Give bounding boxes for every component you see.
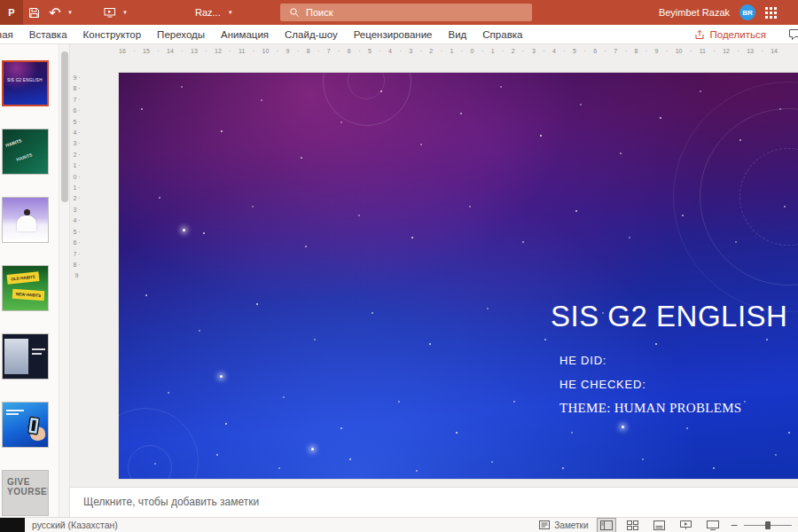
slideshow-view-icon	[680, 520, 692, 530]
notes-toggle-label: Заметки	[554, 520, 588, 530]
slideshow-monitor-icon	[104, 7, 116, 18]
apps-grid-icon	[765, 7, 777, 19]
bright-star	[311, 448, 314, 450]
search-box[interactable]: Поиск	[280, 4, 532, 21]
monitor-icon	[707, 520, 719, 530]
slide-thumbnail-1[interactable]: SIS G2 ENGLISH	[2, 60, 49, 106]
bright-star	[183, 229, 185, 231]
user-avatar[interactable]: BR	[739, 4, 755, 20]
thumbnail-2-text-repeat: HABITS	[16, 152, 34, 161]
thumbnails-scrollbar[interactable]	[59, 44, 69, 517]
normal-view-icon	[600, 520, 613, 530]
tab-design[interactable]: Конструктор	[75, 25, 150, 44]
thumbnail-3-person-body	[17, 215, 36, 231]
language-indicator[interactable]: русский (Казахстан)	[32, 520, 118, 530]
notes-toggle-button[interactable]: Заметки	[539, 520, 588, 530]
slideshow-view-button[interactable]	[677, 519, 695, 532]
document-title[interactable]: Raz... ▾	[195, 0, 235, 25]
search-icon	[289, 7, 300, 18]
slide-thumbnails-panel: SIS G2 ENGLISH HABITS HABITS OLD HABITS …	[0, 44, 59, 517]
reading-view-icon	[653, 520, 665, 530]
slide-thumbnail-3[interactable]	[2, 197, 49, 243]
fit-to-window-button[interactable]	[704, 519, 722, 532]
slide-thumbnail-5[interactable]	[2, 333, 49, 379]
tab-home[interactable]: Главная	[0, 25, 21, 44]
thumbnail-6-text-bar	[6, 410, 24, 411]
slide-sorter-icon	[627, 520, 638, 530]
slide-thumbnail-7[interactable]: GIVE YOURSELF	[2, 470, 49, 516]
powerpoint-logo-glyph: P	[8, 7, 14, 18]
tab-transitions[interactable]: Переходы	[149, 25, 213, 44]
notes-placeholder: Щелкните, чтобы добавить заметки	[83, 496, 259, 508]
zoom-control: − +	[731, 520, 798, 531]
thumbnail-5-text-bar	[32, 348, 45, 350]
start-slideshow-button[interactable]	[99, 0, 121, 25]
normal-view-button[interactable]	[598, 519, 615, 532]
undo-icon: ↶	[49, 4, 60, 21]
save-button[interactable]	[23, 0, 44, 25]
title-bar: P ↶ ▾ ▾ Raz... ▾ Поиск Beyimbet Razak BR	[0, 0, 798, 25]
slide-title-textbox[interactable]: SIS G2 ENGLISH	[551, 300, 787, 333]
comments-button[interactable]	[788, 28, 798, 44]
thumbnail-7-text: GIVE YOURSELF	[7, 477, 49, 497]
zoom-slider-handle[interactable]	[765, 521, 771, 529]
apps-grid-button[interactable]	[765, 7, 777, 19]
thumbnail-4-new-habits-sign: NEW HABITS	[12, 289, 45, 301]
slide-canvas[interactable]: SIS G2 ENGLISH HE DID: HE CHECKED: THEME…	[119, 73, 798, 479]
undo-button[interactable]: ↶	[44, 0, 66, 25]
thumbnail-2-text: HABITS	[5, 137, 23, 147]
vertical-ruler: 9 · 8 · 7 · 6 · 5 · 4 · 3 · 2 · 1 · 0 · …	[71, 73, 82, 479]
zoom-slider[interactable]	[744, 525, 792, 526]
tab-view[interactable]: Вид	[441, 25, 475, 44]
share-button-label: Поделиться	[709, 29, 766, 40]
document-title-caret-icon: ▾	[226, 9, 235, 16]
document-title-text: Raz...	[195, 7, 221, 18]
slide-sorter-view-button[interactable]	[624, 519, 642, 532]
editing-canvas-area: 16 · 15 · 14 · 13 · 12 · 11 · 10 · 9 · 8…	[69, 44, 798, 517]
search-placeholder: Поиск	[306, 7, 332, 18]
reading-view-button[interactable]	[651, 519, 669, 532]
thumbnail-1-title: SIS G2 ENGLISH	[7, 78, 43, 82]
powerpoint-window: P ↶ ▾ ▾ Raz... ▾ Поиск Beyimbet Razak BR	[0, 0, 798, 532]
slide-thumbnail-4[interactable]: OLD HABITS NEW HABITS	[2, 265, 49, 311]
thumbnails-scrollbar-thumb[interactable]	[61, 51, 68, 202]
zoom-out-button[interactable]: −	[731, 520, 739, 531]
thumbnail-6-text-bar	[6, 413, 19, 415]
save-icon	[28, 7, 40, 19]
undo-dropdown-caret-icon[interactable]: ▾	[66, 9, 74, 16]
bright-star	[622, 426, 624, 428]
thumbnail-4-old-habits-sign: OLD HABITS	[7, 271, 40, 285]
slide-body-line-3[interactable]: THEME: HUMAN PROBLEMS	[559, 401, 741, 416]
status-bar: русский (Казахстан) Заметки −	[0, 517, 798, 532]
title-bar-right: Beyimbet Razak BR	[659, 0, 777, 25]
status-left-block	[0, 518, 25, 532]
slide-thumbnail-2[interactable]: HABITS HABITS	[2, 129, 49, 175]
tab-slideshow[interactable]: Слайд-шоу	[277, 25, 346, 44]
share-icon	[694, 29, 705, 40]
tab-insert[interactable]: Вставка	[21, 25, 75, 44]
thumbnail-5-text-bar	[32, 353, 42, 355]
stars-decoration	[119, 73, 121, 74]
bright-star	[220, 375, 223, 378]
quick-access-caret-icon[interactable]: ▾	[121, 9, 129, 16]
thumbnail-3-person-figure	[24, 209, 30, 215]
powerpoint-app-icon[interactable]: P	[0, 0, 23, 25]
notes-panel[interactable]: Щелкните, чтобы добавить заметки	[70, 487, 798, 517]
slide-body-line-2[interactable]: HE CHECKED:	[559, 378, 646, 391]
share-button[interactable]: Поделиться	[694, 25, 766, 44]
comment-bubble-icon	[788, 28, 798, 41]
slide-body-line-1[interactable]: HE DID:	[559, 354, 606, 367]
horizontal-ruler: 16 · 15 · 14 · 13 · 12 · 11 · 10 · 9 · 8…	[119, 48, 798, 59]
tab-review[interactable]: Рецензирование	[346, 25, 441, 44]
thumbnail-5-photo	[4, 339, 28, 374]
ribbon-tab-bar: Главная Вставка Конструктор Переходы Ани…	[0, 25, 798, 44]
notes-icon	[539, 520, 550, 529]
tab-help[interactable]: Справка	[474, 25, 530, 44]
slide-thumbnail-6[interactable]	[2, 402, 49, 448]
status-bar-right: Заметки − +	[539, 518, 798, 532]
ribbon-tabs: Главная Вставка Конструктор Переходы Ани…	[0, 25, 530, 44]
tab-animations[interactable]: Анимация	[213, 25, 277, 44]
user-name[interactable]: Beyimbet Razak	[659, 7, 730, 18]
